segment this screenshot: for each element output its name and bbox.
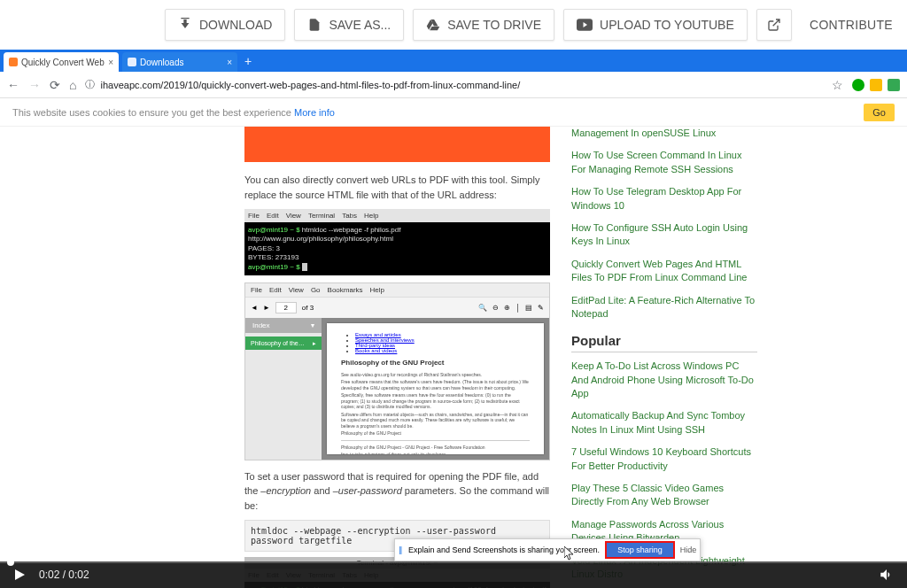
share-info-icon: ‖ bbox=[399, 545, 403, 554]
reload-button[interactable]: ⟳ bbox=[50, 78, 60, 92]
recent-link[interactable]: EditPad Lite: A Feature-Rich Alternative… bbox=[571, 294, 757, 321]
pdf-divider: │ bbox=[516, 304, 520, 312]
pdf-page-input[interactable] bbox=[275, 302, 297, 313]
video-controls: 0:02 / 0:02 bbox=[0, 561, 907, 588]
recent-link[interactable]: Management In openSUSE Linux bbox=[571, 127, 757, 140]
terminal-screenshot-1: File Edit View Terminal Tabs Help avp@mi… bbox=[244, 209, 550, 275]
progress-track[interactable] bbox=[0, 561, 907, 563]
hide-share-link[interactable]: Hide bbox=[680, 545, 697, 554]
address-bar: ← → ⟳ ⌂ ⓘ ihaveapc.com/2019/10/quickly-c… bbox=[0, 72, 907, 98]
article-para-1: You can also directly convert web URLs t… bbox=[244, 173, 550, 202]
download-button[interactable]: DOWNLOAD bbox=[165, 9, 285, 41]
favicon-2 bbox=[128, 58, 136, 66]
cookie-text: This website uses cookies to ensure you … bbox=[12, 107, 294, 118]
zoom-out-icon[interactable]: ⊖ bbox=[492, 304, 499, 312]
chevron-down-icon[interactable]: ▾ bbox=[311, 321, 314, 329]
zoom-fit-icon[interactable]: 🔍 bbox=[478, 304, 487, 312]
download-label: DOWNLOAD bbox=[199, 18, 272, 32]
cookie-banner: This website uses cookies to ensure you … bbox=[0, 98, 907, 127]
popular-link[interactable]: Automatically Backup And Sync Tomboy Not… bbox=[571, 409, 757, 437]
page-content: You can also directly convert web URLs t… bbox=[0, 127, 907, 572]
pdf-menubar: File Edit View Go Bookmarks Help bbox=[245, 283, 549, 297]
pdf-outline-item[interactable]: Philosophy of the… ▸ bbox=[245, 337, 322, 350]
tab-2-title: Downloads bbox=[140, 58, 223, 67]
download-icon bbox=[178, 18, 192, 32]
tab-article[interactable]: Quickly Convert Web Pages And × bbox=[4, 52, 119, 72]
forward-button[interactable]: → bbox=[28, 78, 41, 92]
save-as-button[interactable]: SAVE AS... bbox=[294, 9, 404, 41]
sidebar: Management In openSUSE Linux How To Use … bbox=[571, 127, 757, 572]
upload-youtube-label: UPLOAD TO YOUTUBE bbox=[600, 18, 734, 32]
tab-2-close[interactable]: × bbox=[227, 58, 232, 67]
play-button[interactable] bbox=[12, 568, 27, 582]
mouse-cursor-icon bbox=[564, 546, 575, 561]
tab-downloads[interactable]: Downloads × bbox=[122, 52, 237, 72]
back-button[interactable]: ← bbox=[7, 78, 19, 92]
url-box[interactable]: ⓘ ihaveapc.com/2019/10/quickly-convert-w… bbox=[85, 78, 823, 91]
screen-share-bar: ‖ Explain and Send Screenshots is sharin… bbox=[394, 538, 701, 561]
tab-1-title: Quickly Convert Web Pages And bbox=[21, 58, 105, 67]
pdf-page-total: of 3 bbox=[302, 304, 314, 312]
pdf-index-label[interactable]: Index bbox=[252, 321, 270, 329]
ad-banner[interactable] bbox=[244, 127, 550, 162]
youtube-icon bbox=[577, 19, 593, 31]
cookie-ok-button[interactable]: Go bbox=[864, 104, 895, 121]
pdf-view-mode-icon[interactable]: ▤ bbox=[525, 304, 532, 312]
pdf-h1: Philosophy of the GNU Project bbox=[341, 359, 530, 367]
pdf-page-preview: Essays and articles Speeches and intervi… bbox=[327, 323, 544, 454]
video-time: 0:02 / 0:02 bbox=[39, 569, 89, 581]
open-new-button[interactable] bbox=[756, 9, 792, 41]
upload-youtube-button[interactable]: UPLOAD TO YOUTUBE bbox=[563, 9, 748, 41]
recent-link[interactable]: How To Use Screen Command In Linux For M… bbox=[571, 149, 757, 176]
home-button[interactable]: ⌂ bbox=[69, 78, 76, 92]
extension-icons bbox=[852, 79, 900, 91]
popular-heading: Popular bbox=[571, 333, 757, 352]
terminal-menu-1: File Edit View Terminal Tabs Help bbox=[244, 209, 550, 222]
pdf-sidebar: Index▾ Philosophy of the… ▸ bbox=[245, 318, 322, 460]
pdf-viewer-screenshot: File Edit View Go Bookmarks Help ◄ ► of … bbox=[244, 282, 550, 460]
file-icon bbox=[307, 18, 322, 32]
article-para-2: To set a user password that is required … bbox=[244, 469, 550, 514]
ext-icon-1[interactable] bbox=[852, 79, 864, 91]
app-toolbar: DOWNLOAD SAVE AS... SAVE TO DRIVE UPLOAD… bbox=[0, 0, 907, 50]
favicon-1 bbox=[9, 58, 18, 66]
stop-sharing-button[interactable]: Stop sharing bbox=[605, 541, 675, 559]
cookie-more-link[interactable]: More info bbox=[294, 107, 335, 118]
pdf-next-icon[interactable]: ► bbox=[263, 304, 270, 312]
save-drive-button[interactable]: SAVE TO DRIVE bbox=[413, 9, 554, 41]
progress-knob[interactable] bbox=[7, 559, 14, 566]
recent-link[interactable]: How To Use Telegram Desktop App For Wind… bbox=[571, 185, 757, 213]
article-column: You can also directly convert web URLs t… bbox=[244, 127, 550, 572]
toolbar-buttons: DOWNLOAD SAVE AS... SAVE TO DRIVE UPLOAD… bbox=[165, 9, 792, 41]
popular-link[interactable]: 7 Useful Windows 10 Keyboard Shortcuts F… bbox=[571, 445, 757, 473]
star-button[interactable]: ☆ bbox=[832, 78, 843, 92]
site-info-icon[interactable]: ⓘ bbox=[85, 78, 95, 91]
volume-button[interactable] bbox=[879, 567, 895, 583]
save-as-label: SAVE AS... bbox=[329, 18, 391, 32]
new-tab-button[interactable]: + bbox=[237, 54, 259, 68]
popular-link[interactable]: Play These 5 Classic Video Games Directl… bbox=[571, 482, 757, 509]
ext-icon-3[interactable] bbox=[888, 79, 900, 91]
zoom-in-icon[interactable]: ⊕ bbox=[504, 304, 510, 312]
contribute-link[interactable]: CONTRIBUTE bbox=[810, 18, 893, 32]
recent-link[interactable]: How To Configure SSH Auto Login Using Ke… bbox=[571, 221, 757, 249]
pdf-edit-icon[interactable]: ✎ bbox=[538, 304, 544, 312]
browser-tabstrip: Quickly Convert Web Pages And × Download… bbox=[0, 50, 907, 72]
recent-link[interactable]: Quickly Convert Web Pages And HTML Files… bbox=[571, 258, 757, 285]
open-new-icon bbox=[767, 18, 781, 32]
drive-icon bbox=[426, 18, 440, 32]
pdf-toolbar: ◄ ► of 3 🔍 ⊖ ⊕ │ ▤ ✎ bbox=[245, 297, 549, 318]
pdf-prev-icon[interactable]: ◄ bbox=[251, 304, 258, 312]
url-text: ihaveapc.com/2019/10/quickly-convert-web… bbox=[100, 80, 520, 90]
save-drive-label: SAVE TO DRIVE bbox=[447, 18, 541, 32]
popular-link[interactable]: Keep A To-Do List Across Windows PC And … bbox=[571, 360, 757, 400]
ext-icon-2[interactable] bbox=[870, 79, 882, 91]
tab-1-close[interactable]: × bbox=[108, 58, 113, 67]
